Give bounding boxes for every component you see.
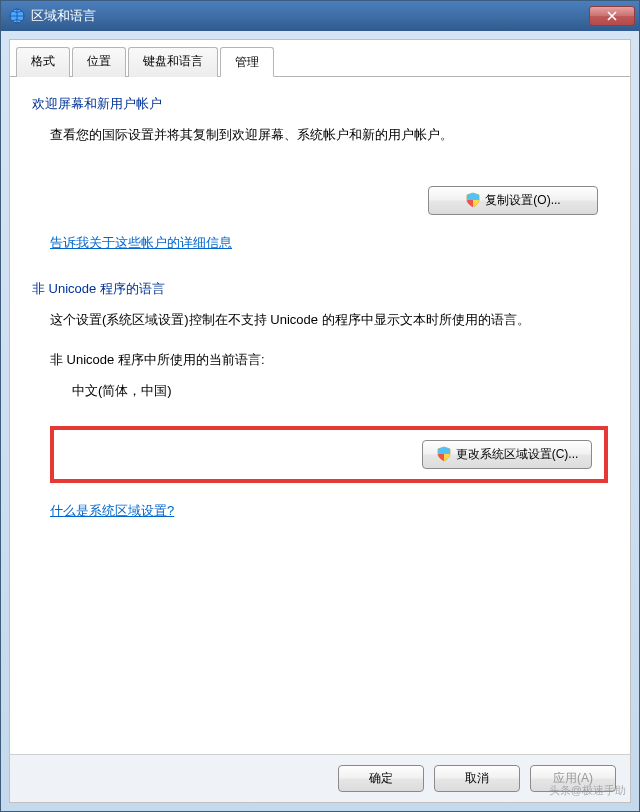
group-body-welcome: 查看您的国际设置并将其复制到欢迎屏幕、系统帐户和新的用户帐户。 复制设置(O).… xyxy=(32,125,608,254)
copy-settings-label: 复制设置(O)... xyxy=(485,192,560,209)
welcome-description: 查看您的国际设置并将其复制到欢迎屏幕、系统帐户和新的用户帐户。 xyxy=(50,125,608,146)
tab-format[interactable]: 格式 xyxy=(16,47,70,77)
region-language-window: 区域和语言 格式 位置 键盘和语言 管理 欢迎屏幕和新用户帐户 查看您的国际设置… xyxy=(0,0,640,812)
titlebar: 区域和语言 xyxy=(1,1,639,31)
ok-button[interactable]: 确定 xyxy=(338,765,424,792)
tab-content-admin: 欢迎屏幕和新用户帐户 查看您的国际设置并将其复制到欢迎屏幕、系统帐户和新的用户帐… xyxy=(10,77,630,754)
apply-button[interactable]: 应用(A) xyxy=(530,765,616,792)
group-title-welcome: 欢迎屏幕和新用户帐户 xyxy=(32,95,608,113)
client-area: 格式 位置 键盘和语言 管理 欢迎屏幕和新用户帐户 查看您的国际设置并将其复制到… xyxy=(9,39,631,803)
cancel-button[interactable]: 取消 xyxy=(434,765,520,792)
uac-shield-icon xyxy=(436,446,452,462)
change-system-locale-button[interactable]: 更改系统区域设置(C)... xyxy=(422,440,592,469)
group-title-non-unicode: 非 Unicode 程序的语言 xyxy=(32,280,608,298)
tab-keyboard[interactable]: 键盘和语言 xyxy=(128,47,218,77)
group-non-unicode: 非 Unicode 程序的语言 这个设置(系统区域设置)控制在不支持 Unico… xyxy=(32,280,608,522)
uac-shield-icon xyxy=(465,192,481,208)
highlight-annotation: 更改系统区域设置(C)... xyxy=(50,426,608,483)
group-welcome-screen: 欢迎屏幕和新用户帐户 查看您的国际设置并将其复制到欢迎屏幕、系统帐户和新的用户帐… xyxy=(32,95,608,254)
close-button[interactable] xyxy=(589,6,635,26)
copy-settings-button[interactable]: 复制设置(O)... xyxy=(428,186,598,215)
window-title: 区域和语言 xyxy=(31,7,589,25)
globe-icon xyxy=(9,8,25,24)
what-is-locale-link[interactable]: 什么是系统区域设置? xyxy=(50,501,174,522)
dialog-button-row: 确定 取消 应用(A) xyxy=(10,754,630,802)
current-language-label: 非 Unicode 程序中所使用的当前语言: xyxy=(50,350,608,371)
tab-admin[interactable]: 管理 xyxy=(220,47,274,77)
change-locale-label: 更改系统区域设置(C)... xyxy=(456,446,579,463)
group-body-non-unicode: 这个设置(系统区域设置)控制在不支持 Unicode 的程序中显示文本时所使用的… xyxy=(32,310,608,522)
accounts-info-link[interactable]: 告诉我关于这些帐户的详细信息 xyxy=(50,233,232,254)
current-language-value: 中文(简体，中国) xyxy=(50,381,608,402)
non-unicode-description: 这个设置(系统区域设置)控制在不支持 Unicode 的程序中显示文本时所使用的… xyxy=(50,310,608,331)
tab-bar: 格式 位置 键盘和语言 管理 xyxy=(10,40,630,77)
tab-location[interactable]: 位置 xyxy=(72,47,126,77)
